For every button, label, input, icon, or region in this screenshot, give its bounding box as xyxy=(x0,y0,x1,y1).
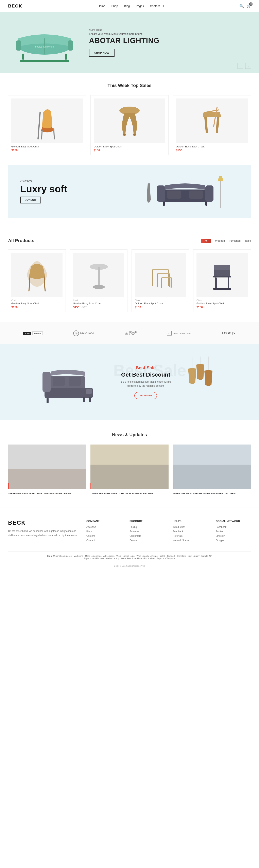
svg-rect-39 xyxy=(171,278,172,288)
svg-rect-45 xyxy=(213,288,231,289)
product-img-4 xyxy=(197,253,248,297)
svg-rect-17 xyxy=(157,185,165,202)
footer-introduction[interactable]: Introduction xyxy=(173,526,208,528)
filter-wooden[interactable]: Wooden xyxy=(215,239,225,243)
news-card-2[interactable]: THERE ARE MANY VARIATIONS OF PASSAGES OF… xyxy=(90,444,169,495)
news-card-3[interactable]: THERE ARE MANY VARIATIONS OF PASSAGES OF… xyxy=(173,444,251,495)
svg-rect-41 xyxy=(214,265,230,270)
search-icon[interactable]: 🔍 xyxy=(239,4,244,8)
nav-home[interactable]: Home xyxy=(98,4,105,8)
footer-contact[interactable]: Contact xyxy=(86,539,121,542)
filter-table[interactable]: Table xyxy=(244,239,251,243)
footer: BECK On the other hand, we denounce with… xyxy=(0,507,259,573)
svg-rect-83 xyxy=(173,444,251,465)
news-card-1[interactable]: THERE ARE MANY VARIATIONS OF PASSAGES OF… xyxy=(8,444,86,495)
nav: Home Shop Blog Pages Contact Us xyxy=(98,4,164,8)
news-img-2 xyxy=(90,444,169,489)
footer-referrals[interactable]: Referrals xyxy=(173,534,208,537)
discount-sofa xyxy=(42,360,107,405)
news-section: News & Updates xyxy=(0,420,259,507)
footer-network[interactable]: Network Status xyxy=(173,539,208,542)
svg-rect-78 xyxy=(90,465,169,489)
nav-pages[interactable]: Pages xyxy=(136,4,144,8)
footer-facebook[interactable]: Facebook xyxy=(216,526,251,528)
footer-pricing[interactable]: Pricing xyxy=(130,526,165,528)
top-sale-card-1[interactable]: Golden Easy Spot Chair. $150 xyxy=(8,95,86,155)
hero-subtitle: Enlight your world. Make yourself more b… xyxy=(89,32,160,35)
product-name-5: Golden Easy Spot Chair. xyxy=(73,302,124,305)
footer-demos[interactable]: Demos xyxy=(130,539,165,542)
footer-logo: BECK xyxy=(8,520,78,526)
footer-brand: BECK On the other hand, we denounce with… xyxy=(8,520,78,544)
svg-line-10 xyxy=(42,130,42,139)
product-price-6: $150 xyxy=(135,306,186,309)
footer-customers[interactable]: Customers xyxy=(130,534,165,537)
hero-shop-now-button[interactable]: SHOP NOW xyxy=(89,49,115,57)
nav-shop[interactable]: Shop xyxy=(112,4,118,8)
nav-blog[interactable]: Blog xyxy=(124,4,130,8)
svg-rect-18 xyxy=(205,185,213,202)
brand-2: ⓑ BRAND LOGO xyxy=(73,331,94,336)
svg-marker-25 xyxy=(218,176,224,181)
header: BECK Home Shop Blog Pages Contact Us 🔍 🛒… xyxy=(0,0,259,12)
footer-company-title: COMPANY xyxy=(86,520,121,523)
filter-furnished[interactable]: Furnished xyxy=(229,239,240,243)
footer-blogs[interactable]: Blogs xyxy=(86,530,121,533)
news-text-2: THERE ARE MANY VARIATIONS OF PASSAGES OF… xyxy=(90,492,169,495)
brand-3: ⛰ BRANDLOGO xyxy=(124,331,137,336)
footer-feedback[interactable]: Feedback xyxy=(173,530,208,533)
prev-arrow[interactable]: ← xyxy=(237,63,243,69)
top-sale-card-3[interactable]: Golden Easy Spot Chair. $150 xyxy=(173,95,251,155)
all-filter-icon[interactable]: All xyxy=(201,239,211,243)
svg-rect-77 xyxy=(90,444,169,465)
svg-rect-1 xyxy=(16,40,21,51)
promo-tag: #New Style xyxy=(20,180,130,182)
promo-buy-button[interactable]: BUY NOW xyxy=(20,196,41,204)
discount-shop-button[interactable]: SHOP NOW xyxy=(134,392,157,399)
footer-features[interactable]: Features xyxy=(130,530,165,533)
all-products-title: All Products xyxy=(8,238,34,243)
product-img-3 xyxy=(135,253,186,297)
svg-rect-48 xyxy=(42,372,51,392)
brand-3-label: BRANDLOGO xyxy=(129,331,137,336)
news-img-1 xyxy=(8,444,86,489)
footer-linkedin[interactable]: LinkedIn xyxy=(216,534,251,537)
product-price-4: $150 xyxy=(11,306,62,309)
svg-rect-43 xyxy=(215,277,217,288)
next-arrow[interactable]: → xyxy=(245,63,251,69)
svg-rect-37 xyxy=(162,277,172,278)
svg-rect-7 xyxy=(20,60,69,62)
footer-about[interactable]: About Us xyxy=(86,526,121,528)
product-card-1[interactable]: Chair Golden Easy Spot Chair. $150 xyxy=(8,249,66,312)
svg-rect-35 xyxy=(157,274,158,287)
product-category-3: Chair xyxy=(135,299,186,302)
nav-contact[interactable]: Contact Us xyxy=(150,4,164,8)
product-card-4[interactable]: Chair Golden Easy Spot Chair. $150 xyxy=(193,249,251,312)
svg-point-30 xyxy=(93,285,105,289)
product-category-1: Chair xyxy=(11,299,62,302)
footer-google[interactable]: Google + xyxy=(216,539,251,542)
brands-section: DEMO BRAND ⓑ BRAND LOGO ⛰ BRANDLOGO ◻ DE… xyxy=(0,322,259,344)
promo-furniture xyxy=(130,175,239,208)
product-card-2[interactable]: Chair Golden Easy Spot Chair. $150 $220 xyxy=(70,249,127,312)
brand-2-label: BRAND LOGO xyxy=(80,332,94,335)
product-name-4: Golden Easy Spot Chair. xyxy=(11,302,62,305)
svg-rect-29 xyxy=(98,267,100,287)
hero-sofa: bootstrapmb.com xyxy=(12,20,77,65)
svg-rect-51 xyxy=(47,398,49,403)
svg-point-12 xyxy=(123,134,126,136)
footer-twitter[interactable]: Twitter xyxy=(216,530,251,533)
svg-rect-23 xyxy=(205,202,207,206)
brand-1: DEMO BRAND xyxy=(23,332,43,335)
product-name-3: Golden Easy Spot Chair. xyxy=(176,145,248,148)
footer-careers[interactable]: Careers xyxy=(86,534,121,537)
product-card-3[interactable]: Chair Golden Easy Spot Chair. $150 xyxy=(132,249,189,312)
discount-text: Best Sale Best Sale Get Best Discount It… xyxy=(119,365,172,399)
top-sale-card-2[interactable]: Golden Easy Spot Chair. $150 xyxy=(90,95,169,155)
filter-tabs: All Wooden Furnished Table xyxy=(201,239,251,243)
svg-rect-47 xyxy=(45,388,93,398)
cart-icon[interactable]: 🛒 11 xyxy=(247,4,251,8)
svg-rect-2 xyxy=(68,40,73,51)
news-title: News & Updates xyxy=(8,432,251,437)
all-products-section: All Products All Wooden Furnished Table … xyxy=(0,228,259,322)
